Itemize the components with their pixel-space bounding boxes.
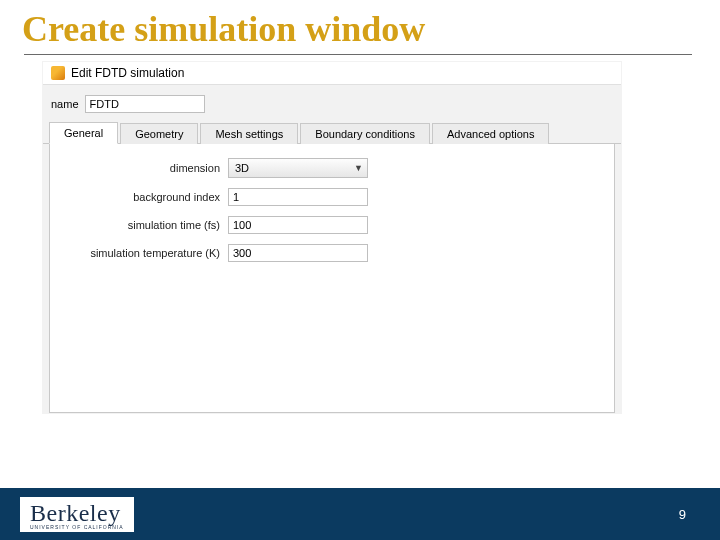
berkeley-logo: Berkeley UNIVERSITY OF CALIFORNIA xyxy=(20,497,134,532)
slide-root: Create simulation window Edit FDTD simul… xyxy=(0,0,720,540)
dimension-label: dimension xyxy=(68,162,228,174)
page-number: 9 xyxy=(679,507,686,522)
slide-title: Create simulation window xyxy=(0,0,720,54)
tab-mesh-settings[interactable]: Mesh settings xyxy=(200,123,298,144)
window-title: Edit FDTD simulation xyxy=(71,66,184,80)
tab-geometry[interactable]: Geometry xyxy=(120,123,198,144)
sim-time-input[interactable] xyxy=(228,216,368,234)
slide-footer: Berkeley UNIVERSITY OF CALIFORNIA 9 xyxy=(0,488,720,540)
bg-index-input[interactable] xyxy=(228,188,368,206)
tab-strip: General Geometry Mesh settings Boundary … xyxy=(43,121,621,144)
title-rule xyxy=(24,54,692,55)
logo-wordmark: Berkeley xyxy=(30,501,124,525)
sim-temp-input[interactable] xyxy=(228,244,368,262)
app-icon xyxy=(51,66,65,80)
chevron-down-icon: ▼ xyxy=(354,163,363,173)
name-label: name xyxy=(51,98,79,110)
row-sim-time: simulation time (fs) xyxy=(68,216,596,234)
dialog-window: Edit FDTD simulation name General Geomet… xyxy=(42,61,622,414)
sim-time-label: simulation time (fs) xyxy=(68,219,228,231)
tab-general[interactable]: General xyxy=(49,122,118,144)
row-sim-temp: simulation temperature (K) xyxy=(68,244,596,262)
logo-subtext: UNIVERSITY OF CALIFORNIA xyxy=(30,525,124,530)
dimension-value: 3D xyxy=(235,162,249,174)
row-background-index: background index xyxy=(68,188,596,206)
name-row: name xyxy=(43,85,621,121)
name-input[interactable] xyxy=(85,95,205,113)
tab-advanced-options[interactable]: Advanced options xyxy=(432,123,549,144)
window-titlebar: Edit FDTD simulation xyxy=(43,62,621,85)
general-panel: dimension 3D ▼ background index simulati… xyxy=(49,144,615,413)
sim-temp-label: simulation temperature (K) xyxy=(68,247,228,259)
bg-index-label: background index xyxy=(68,191,228,203)
row-dimension: dimension 3D ▼ xyxy=(68,158,596,178)
dimension-dropdown[interactable]: 3D ▼ xyxy=(228,158,368,178)
tab-boundary-conditions[interactable]: Boundary conditions xyxy=(300,123,430,144)
